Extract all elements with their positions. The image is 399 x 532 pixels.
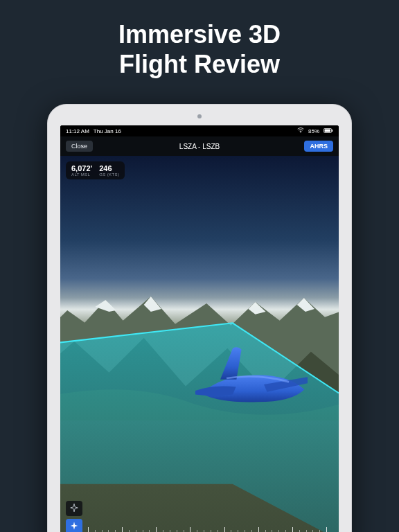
altitude-label: ALT MSL — [71, 172, 90, 177]
status-battery: 85% — [308, 128, 319, 134]
altitude-readout: 6,072' ALT MSL — [71, 164, 92, 177]
telemetry-panel: 6,072' ALT MSL 246 GS (KTS) — [66, 161, 125, 179]
app-nav-bar: Close LSZA - LSZB AHRS — [60, 136, 339, 156]
timeline-scrubber[interactable] — [88, 517, 333, 532]
plane-outline-icon — [69, 503, 79, 515]
ahrs-button-label: AHRS — [310, 143, 328, 150]
view-toggle-top[interactable] — [66, 501, 82, 516]
flight-path-ribbon — [60, 302, 339, 532]
device-screen: 11:12 AM Thu Jan 16 85% Close LSZA - LSZ… — [60, 125, 339, 532]
ios-status-bar: 11:12 AM Thu Jan 16 85% — [60, 125, 339, 136]
ahrs-button[interactable]: AHRS — [304, 141, 333, 152]
altitude-value: 6,072' — [71, 164, 92, 172]
headline-line-2: Flight Review — [0, 49, 399, 79]
status-time: 11:12 AM — [66, 128, 89, 134]
svg-rect-3 — [332, 130, 332, 132]
status-date: Thu Jan 16 — [94, 128, 121, 134]
plane-filled-icon — [69, 521, 79, 533]
ipad-device-frame: 11:12 AM Thu Jan 16 85% Close LSZA - LSZ… — [47, 104, 352, 532]
aircraft-model — [183, 340, 308, 416]
groundspeed-value: 246 — [99, 164, 112, 172]
view-toggle-bottom[interactable] — [66, 519, 82, 532]
headline-line-1: Immersive 3D — [0, 19, 399, 49]
view-toggle-controls — [66, 501, 82, 532]
route-title: LSZA - LSZB — [179, 143, 220, 150]
battery-icon — [323, 128, 333, 134]
close-button[interactable]: Close — [66, 141, 93, 152]
svg-rect-2 — [325, 129, 331, 132]
close-button-label: Close — [71, 143, 87, 150]
flight-3d-view[interactable]: 6,072' ALT MSL 246 GS (KTS) — [60, 156, 339, 532]
groundspeed-readout: 246 GS (KTS) — [99, 164, 119, 177]
device-camera-dot — [197, 114, 202, 118]
svg-point-0 — [300, 132, 301, 132]
groundspeed-label: GS (KTS) — [99, 172, 119, 177]
wifi-icon — [297, 127, 304, 134]
marketing-headline: Immersive 3D Flight Review — [0, 0, 399, 79]
